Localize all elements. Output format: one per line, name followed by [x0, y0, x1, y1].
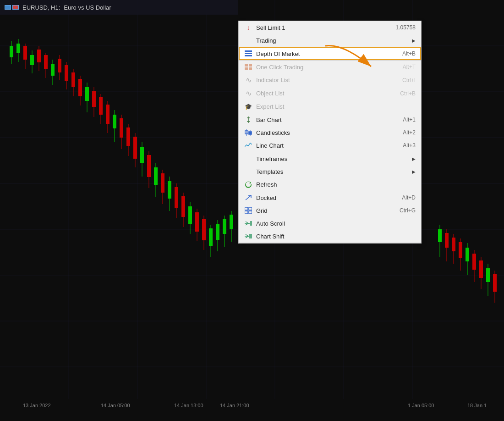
svg-rect-44 [106, 105, 110, 124]
chart-type-icon [5, 5, 19, 10]
svg-rect-122 [249, 207, 252, 210]
menu-section-4: Bar Chart Alt+1 Candlesticks Alt+2 Li [239, 113, 421, 152]
menu-item-line-chart[interactable]: Line Chart Alt+3 [239, 139, 421, 152]
object-icon: ∿ [243, 89, 253, 98]
autoscroll-icon [243, 220, 253, 227]
svg-rect-54 [140, 147, 144, 163]
oneclick-icon [243, 64, 253, 70]
svg-rect-60 [161, 173, 164, 193]
svg-rect-82 [438, 229, 442, 242]
svg-rect-96 [486, 268, 490, 282]
svg-line-120 [246, 195, 251, 200]
menu-item-refresh[interactable]: Refresh [239, 178, 421, 191]
svg-rect-94 [479, 260, 483, 278]
svg-rect-38 [85, 87, 89, 101]
title-bar: EURUSD, H1: Euro vs US Dollar [0, 0, 238, 15]
svg-rect-121 [245, 207, 248, 210]
menu-section-3: One Click Trading Alt+T ∿ Indicator List… [239, 61, 421, 113]
icon-part2 [12, 5, 19, 10]
svg-rect-107 [245, 53, 252, 54]
menu-item-auto-scroll[interactable]: Auto Scroll [239, 217, 421, 230]
svg-text:14 Jan 13:00: 14 Jan 13:00 [174, 403, 203, 408]
icon-part [5, 5, 11, 10]
menu-item-candlesticks[interactable]: Candlesticks Alt+2 [239, 126, 421, 139]
svg-rect-74 [209, 228, 213, 246]
svg-rect-42 [99, 97, 103, 115]
candlestick-icon [243, 129, 253, 136]
menu-item-indicator-list[interactable]: ∿ Indicator List Ctrl+I [239, 73, 421, 87]
menu-item-trading[interactable]: Trading ▶ [239, 34, 421, 47]
svg-rect-84 [445, 233, 449, 248]
menu-item-object-list[interactable]: ∿ Object List Ctrl+B [239, 87, 421, 100]
svg-rect-110 [249, 64, 252, 66]
object-label: Object List [256, 90, 400, 97]
svg-rect-106 [245, 50, 252, 52]
svg-rect-46 [113, 115, 116, 128]
svg-rect-72 [202, 219, 206, 240]
trading-label: Trading [256, 37, 408, 44]
oneclick-label: One Click Trading [256, 64, 403, 71]
menu-item-docked[interactable]: Docked Alt+D [239, 191, 421, 204]
barchart-label: Bar Chart [256, 116, 403, 123]
svg-rect-111 [245, 67, 248, 70]
svg-rect-80 [230, 215, 233, 229]
menu-section-1: ↓ Sell Limit 1 1.05758 Trading ▶ [239, 21, 421, 47]
docked-shortcut: Alt+D [402, 194, 416, 201]
svg-rect-78 [223, 219, 226, 234]
menu-item-grid[interactable]: Grid Ctrl+G [239, 204, 421, 217]
svg-rect-68 [188, 206, 192, 224]
barchart-icon [243, 116, 253, 123]
menu-item-timeframes[interactable]: Timeframes ▶ [239, 152, 421, 165]
chartshift-icon [243, 233, 253, 239]
svg-rect-16 [10, 46, 13, 57]
svg-rect-119 [249, 132, 252, 134]
sell-limit-label: Sell Limit 1 [256, 24, 396, 31]
linechart-shortcut: Alt+3 [403, 142, 416, 149]
svg-rect-28 [51, 64, 55, 76]
menu-item-chart-shift[interactable]: Chart Shift [239, 230, 421, 243]
svg-rect-22 [30, 55, 34, 65]
menu-item-bar-chart[interactable]: Bar Chart Alt+1 [239, 113, 421, 126]
menu-section-2: Depth Of Market Alt+B [239, 47, 421, 61]
svg-rect-50 [126, 127, 130, 146]
grid-shortcut: Ctrl+G [400, 207, 416, 214]
menu-item-templates[interactable]: Templates ▶ [239, 165, 421, 178]
svg-rect-36 [78, 79, 82, 96]
svg-rect-34 [71, 72, 75, 87]
grid-label: Grid [256, 207, 400, 214]
expert-label: Expert List [256, 103, 416, 110]
barchart-shortcut: Alt+1 [403, 116, 416, 123]
menu-item-sell-limit[interactable]: ↓ Sell Limit 1 1.05758 [239, 21, 421, 34]
expert-icon: 🎓 [243, 103, 253, 110]
svg-text:14 Jan 05:00: 14 Jan 05:00 [101, 403, 130, 408]
menu-section-5: Timeframes ▶ Templates ▶ Refresh [239, 152, 421, 191]
docked-label: Docked [256, 194, 402, 201]
svg-rect-24 [37, 50, 41, 62]
menu-item-depth-of-market[interactable]: Depth Of Market Alt+B [239, 47, 421, 60]
oneclick-shortcut: Alt+T [403, 64, 416, 70]
menu-item-one-click[interactable]: One Click Trading Alt+T [239, 61, 421, 73]
sell-limit-icon: ↓ [243, 24, 253, 31]
linechart-label: Line Chart [256, 142, 403, 149]
chartshift-label: Chart Shift [256, 233, 416, 240]
svg-rect-86 [452, 238, 455, 251]
refresh-label: Refresh [256, 181, 416, 188]
templates-arrow: ▶ [412, 169, 416, 174]
docked-icon [243, 194, 253, 201]
svg-rect-98 [493, 274, 497, 292]
svg-text:13 Jan 2022: 13 Jan 2022 [23, 403, 51, 408]
linechart-icon [243, 142, 253, 149]
menu-item-expert-list[interactable]: 🎓 Expert List [239, 100, 421, 113]
chart-description: Euro vs US Dollar [64, 4, 111, 11]
svg-rect-40 [92, 91, 96, 107]
candlestick-label: Candlesticks [256, 129, 403, 136]
refresh-icon [243, 181, 253, 188]
svg-rect-76 [216, 224, 219, 240]
svg-rect-52 [133, 137, 137, 159]
sell-limit-price: 1.05758 [396, 24, 416, 31]
indicator-label: Indicator List [256, 77, 402, 83]
svg-rect-90 [466, 248, 469, 261]
svg-rect-88 [459, 242, 462, 258]
svg-rect-26 [44, 55, 48, 69]
menu-section-6: Docked Alt+D Grid Ctrl+G [239, 191, 421, 243]
